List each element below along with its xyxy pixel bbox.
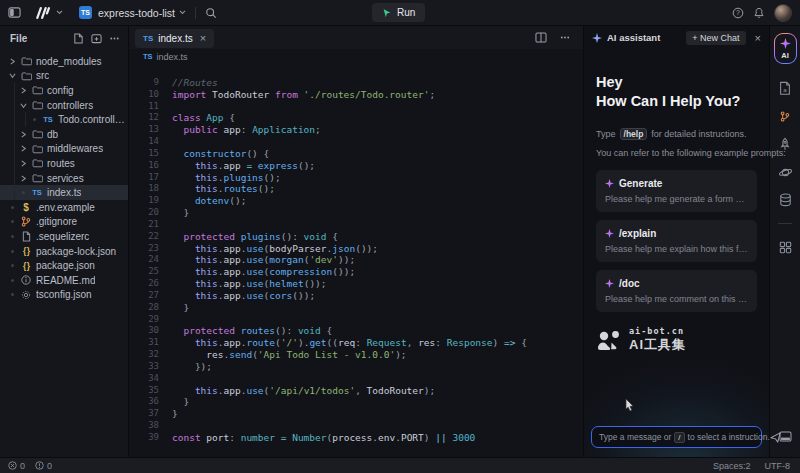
folder-icon (31, 129, 43, 139)
sidebar-toggle-icon[interactable] (8, 6, 21, 19)
apps-grid-icon[interactable] (779, 233, 792, 261)
run-button[interactable]: Run (372, 3, 425, 22)
folder-icon (31, 85, 43, 95)
code-line: 29 (129, 314, 583, 326)
send-icon[interactable] (770, 432, 781, 443)
code-line: 17 this.plugins(); (129, 172, 583, 184)
play-icon (382, 8, 392, 18)
file-dot (8, 206, 16, 209)
project-ts-badge: TS (79, 6, 92, 19)
tree-item-package-lock.json[interactable]: { }package-lock.json (0, 244, 128, 259)
watermark-name: AI工具集 (629, 336, 686, 354)
chevron-down-icon[interactable] (179, 10, 186, 15)
more-icon[interactable] (109, 33, 120, 44)
chat-input[interactable]: Type a message or / to select a instruct… (591, 426, 762, 448)
tree-item-README.md[interactable]: README.md (0, 273, 128, 288)
project-name[interactable]: express-todo-list (98, 7, 175, 19)
tree-item-index.ts[interactable]: TSindex.ts (0, 185, 128, 200)
close-panel-icon[interactable]: × (755, 32, 761, 44)
new-folder-icon[interactable] (91, 33, 102, 44)
code-line: 15 constructor() { (129, 148, 583, 160)
ts-badge-icon: TS (31, 188, 43, 197)
tree-item-services[interactable]: services (0, 171, 128, 186)
chevron-icon (19, 87, 27, 94)
tree-item-.gitignore[interactable]: .gitignore (0, 215, 128, 230)
git-branch-icon[interactable] (780, 102, 790, 130)
code-line: 27 this.app.use(cors()); (129, 290, 583, 302)
chevron-down-icon[interactable] (56, 10, 63, 15)
marscode-logo-icon[interactable] (34, 6, 52, 20)
code-line: 36 } (129, 396, 583, 408)
code-line: 31 this.app.route('/').get((req: Request… (129, 337, 583, 349)
tree-item-db[interactable]: db (0, 127, 128, 142)
planet-icon[interactable] (778, 158, 793, 186)
folder-icon (20, 56, 32, 66)
close-tab-icon[interactable]: × (200, 33, 206, 44)
bell-icon[interactable] (753, 7, 765, 19)
tree-item-.env.example[interactable]: $.env.example (0, 200, 128, 215)
tree-item-.sequelizerc[interactable]: .sequelizerc (0, 229, 128, 244)
code-line: 23 this.app.use(bodyParser.json()); (129, 243, 583, 255)
code-line: 9//Routes (129, 77, 583, 89)
tab-index-ts[interactable]: TS index.ts × (135, 29, 214, 48)
new-chat-button[interactable]: + New Chat (686, 31, 745, 45)
strip-ai-label: AI (781, 51, 789, 60)
tree-item-config[interactable]: config (0, 83, 128, 98)
folder-icon (20, 71, 32, 81)
tree-item-middlewares[interactable]: middlewares (0, 142, 128, 157)
info-circle-icon (20, 275, 32, 285)
help-icon[interactable]: ? (732, 7, 744, 19)
breadcrumb[interactable]: TS index.ts (129, 49, 583, 64)
dollar-icon: $ (20, 202, 32, 213)
tree-item-Todo.controller.ts[interactable]: TSTodo.controller.ts (0, 112, 128, 127)
folder-icon (31, 158, 43, 168)
tree-item-package.json[interactable]: { }package.json (0, 258, 128, 273)
code-area[interactable]: 9//Routes10import TodoRouter from './rou… (129, 64, 583, 457)
tree-item-node_modules[interactable]: node_modules (0, 54, 128, 69)
ai-assistant-panel: AI assistant + New Chat × Hey How Can I … (583, 26, 769, 457)
help-command-badge[interactable]: /help (620, 128, 648, 140)
search-icon[interactable] (205, 7, 217, 19)
warning-indicator[interactable]: 0 (35, 461, 52, 471)
chevron-icon (19, 175, 27, 182)
user-avatar[interactable] (774, 4, 792, 22)
database-icon[interactable] (779, 186, 792, 214)
indentation-status[interactable]: Spaces:2 (713, 461, 751, 471)
greeting-heading: Hey How Can I Help You? (596, 73, 757, 111)
svg-text:?: ? (736, 9, 740, 16)
doc-search-icon[interactable]: a (778, 74, 792, 102)
strip-ai-assistant-button[interactable]: AI (774, 33, 797, 64)
ai-bot-logo-icon (596, 329, 622, 351)
code-line: 11 (129, 101, 583, 113)
tree-item-src[interactable]: src (0, 69, 128, 84)
prompt-card-explain[interactable]: /explainPlease help me explain how this … (596, 220, 757, 262)
code-line: 38 (129, 420, 583, 432)
encoding-status[interactable]: UTF-8 (765, 461, 791, 471)
code-line: 19 dotenv(); (129, 195, 583, 207)
help-hint: Type /help for detailed instructions. (596, 128, 757, 140)
prompt-card-Generate[interactable]: GeneratePlease help me generate a form c… (596, 170, 757, 212)
file-dot (8, 250, 16, 253)
code-line: 30 protected routes(): void { (129, 325, 583, 337)
split-editor-icon[interactable] (535, 32, 547, 43)
new-file-icon[interactable] (73, 33, 84, 44)
file-dot (8, 264, 16, 267)
more-actions-icon[interactable] (559, 32, 571, 43)
ai-sparkle-icon (605, 229, 614, 238)
file-dot (8, 293, 16, 296)
code-line: 18 this.routes(); (129, 183, 583, 195)
code-line: 14 (129, 136, 583, 148)
ide-window: TS express-todo-list Run ? (0, 0, 800, 473)
code-line: 37} (129, 408, 583, 420)
code-line: 24 this.app.use(morgan('dev')); (129, 254, 583, 266)
chevron-icon (8, 72, 16, 79)
tree-item-tsconfig.json[interactable]: tsconfig.json (0, 288, 128, 303)
prompt-card-doc[interactable]: /docPlease help me comment on this code. (596, 270, 757, 312)
folder-icon (31, 144, 43, 154)
error-indicator[interactable]: 0 (8, 461, 25, 471)
tree-item-controllers[interactable]: controllers (0, 98, 128, 113)
code-line: 12class App { (129, 112, 583, 124)
example-prompts: GeneratePlease help me generate a form c… (596, 170, 757, 312)
tree-item-routes[interactable]: routes (0, 156, 128, 171)
code-line: 10import TodoRouter from './routes/Todo.… (129, 89, 583, 101)
